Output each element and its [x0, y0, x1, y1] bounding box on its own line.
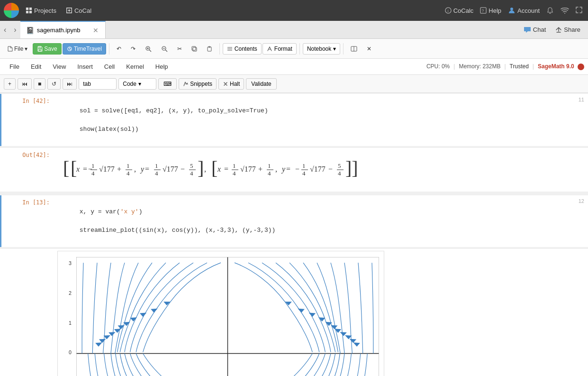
cell-42-code[interactable]: sol = solve([eq1, eq2], (x, y), to_poly_…: [54, 94, 588, 146]
memory-status: Memory: 232MB: [459, 63, 500, 70]
share-btn[interactable]: Share: [552, 24, 584, 35]
toolbar-sep-1: [109, 43, 109, 55]
svg-rect-2: [26, 11, 28, 13]
svg-text:+: +: [258, 165, 262, 173]
fast-forward-btn[interactable]: ⏭: [63, 78, 77, 90]
tab-close-btn[interactable]: ✕: [92, 27, 100, 34]
zoom-out-btn[interactable]: [157, 43, 172, 55]
stop-btn[interactable]: ■: [34, 78, 45, 90]
svg-rect-3: [29, 11, 32, 13]
menu-help[interactable]: Help: [150, 61, 174, 72]
svg-text:5: 5: [190, 162, 193, 169]
cocalc-logo: [4, 3, 19, 18]
svg-text:4: 4: [338, 170, 341, 177]
file-btn[interactable]: File ▾: [3, 43, 32, 55]
svg-text:1: 1: [69, 320, 72, 326]
cell-42-out-label: Out[42]:: [1, 148, 54, 192]
chat-btn[interactable]: Chat: [520, 24, 550, 35]
menu-view[interactable]: View: [47, 61, 72, 72]
redo-btn[interactable]: ↷: [127, 43, 140, 55]
account-btn[interactable]: Account: [506, 5, 542, 16]
svg-text:−: −: [295, 165, 299, 173]
svg-text:]: ]: [198, 157, 204, 179]
cell-type-select[interactable]: tab: [79, 78, 117, 90]
notebook: In [42]: sol = solve([eq1, eq2], (x, y),…: [0, 93, 588, 376]
math-output-42: [ [ x = 1 4 − √177 + 1: [57, 150, 380, 190]
tab-left-btn[interactable]: ‹: [0, 21, 10, 38]
snippets-btn[interactable]: Snippets: [179, 78, 217, 90]
toolbar-sep-2: [219, 43, 220, 55]
format-btn[interactable]: Format: [262, 43, 297, 55]
save-btn[interactable]: Save: [33, 43, 61, 55]
wifi-btn[interactable]: [559, 5, 571, 16]
svg-text:,: ,: [204, 165, 206, 173]
cocalc-info-btn[interactable]: i CoCalc: [443, 5, 476, 16]
notifications-btn[interactable]: [544, 5, 556, 16]
notebook-icon: 📓: [26, 27, 34, 34]
svg-rect-1: [29, 8, 32, 10]
expand-btn[interactable]: [574, 5, 584, 17]
paste-btn[interactable]: [202, 44, 217, 54]
svg-text:,: ,: [275, 165, 277, 173]
help-btn[interactable]: ? Help: [478, 5, 503, 16]
cell-13-code[interactable]: x, y = var('x y') streamline_plot((sin(x…: [54, 195, 588, 248]
svg-text:+: +: [117, 165, 121, 173]
toolbar-sep-4: [343, 43, 344, 55]
tab-right-btn[interactable]: ›: [10, 21, 20, 38]
cell-42-output: Out[42]: [ [ x = 1 4 −: [0, 148, 588, 192]
svg-text:[: [: [63, 157, 69, 179]
undo-btn[interactable]: ↶: [112, 43, 126, 55]
svg-text:−: −: [328, 165, 333, 173]
cpu-status: CPU: 0%: [426, 63, 450, 70]
restart-btn[interactable]: ↺: [47, 78, 61, 90]
tab-label: sagemath.ipynb: [37, 27, 81, 34]
menu-file[interactable]: File: [4, 61, 25, 72]
toolbar: File ▾ Save TimeTravel ↶ ↷ ✂ Contents Fo…: [0, 39, 588, 59]
cell-13: In [13]: x, y = var('x y') streamline_pl…: [0, 195, 588, 248]
math-formula: [ [ x = 1 4 − √177 + 1: [62, 155, 375, 183]
keyboard-btn[interactable]: ⌨: [158, 78, 177, 90]
timetravel-btn[interactable]: TimeTravel: [63, 43, 106, 55]
zoom-in-btn[interactable]: [141, 43, 156, 55]
cocalc-tab[interactable]: CoCal: [63, 5, 94, 16]
cell-code-type[interactable]: Code ▾: [118, 78, 156, 90]
svg-text:[: [: [211, 157, 217, 179]
streamline-plot: 3 2 1 0 -1 -2: [57, 251, 384, 376]
add-cell-btn[interactable]: +: [4, 78, 16, 90]
cell-42-number: 11: [579, 97, 584, 102]
cut-btn[interactable]: ✂: [173, 43, 186, 55]
close-view-btn[interactable]: ✕: [362, 43, 376, 55]
prev-cell-btn[interactable]: ⏮: [18, 78, 32, 90]
svg-rect-11: [39, 46, 41, 48]
menu-cell[interactable]: Cell: [99, 61, 120, 72]
notebook-dropdown[interactable]: Notebook ▾: [303, 43, 340, 55]
kernel-status: SageMath 9.0: [538, 63, 584, 70]
projects-nav[interactable]: Projects: [23, 5, 59, 16]
svg-text:y: y: [281, 165, 286, 174]
cell-42-label: In [42]:: [1, 94, 54, 146]
svg-text:√177: √177: [310, 165, 326, 173]
svg-text:4: 4: [190, 170, 193, 177]
menu-insert[interactable]: Insert: [72, 61, 99, 72]
sagemath-tab[interactable]: 📓 sagemath.ipynb ✕: [20, 21, 106, 38]
copy-btn[interactable]: [187, 44, 201, 54]
svg-text:4: 4: [233, 170, 236, 177]
validate-btn[interactable]: Validate: [246, 78, 276, 90]
cell-13-output: 3 2 1 0 -1 -2: [0, 249, 588, 376]
halt-btn[interactable]: Halt: [218, 78, 244, 90]
svg-text:x: x: [76, 165, 80, 173]
tabbar: ‹ › 📓 sagemath.ipynb ✕ Chat Share: [0, 21, 588, 39]
cell-42: In [42]: sol = solve([eq1, eq2], (x, y),…: [0, 94, 588, 146]
contents-btn[interactable]: Contents: [223, 43, 262, 55]
svg-text:2: 2: [69, 290, 72, 296]
svg-text:0: 0: [69, 350, 72, 356]
menu-kernel[interactable]: Kernel: [120, 61, 150, 72]
svg-text:1: 1: [233, 162, 236, 169]
svg-text:√177: √177: [99, 165, 115, 173]
svg-rect-10: [38, 49, 41, 51]
menu-edit[interactable]: Edit: [25, 61, 47, 72]
svg-text:x: x: [217, 165, 221, 173]
split-view-btn[interactable]: [346, 44, 362, 54]
svg-line-18: [165, 50, 167, 52]
svg-point-9: [564, 13, 565, 14]
